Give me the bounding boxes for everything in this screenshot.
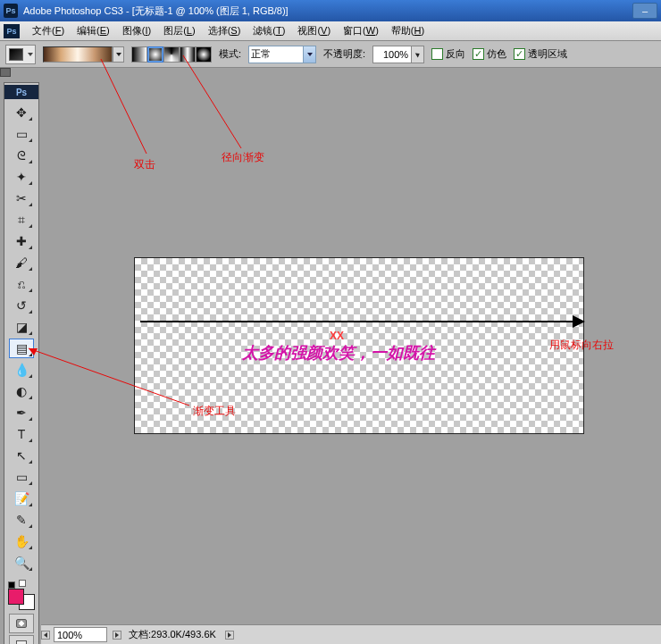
annotation-radial-gradient: 径向渐变: [222, 150, 264, 165]
statusbar-menu-icon[interactable]: [225, 631, 234, 640]
quickmask-toggle[interactable]: [9, 614, 34, 633]
options-bar: 模式: 正常 不透明度: 反向 ✓ 仿色 ✓ 透明区域: [0, 41, 661, 68]
wand-tool[interactable]: ✦: [9, 167, 34, 187]
menu-help[interactable]: 帮助(H): [388, 22, 428, 39]
minimize-button[interactable]: –: [632, 3, 657, 19]
path-select-tool[interactable]: ↖: [9, 446, 34, 465]
gradient-radial-icon[interactable]: [147, 46, 163, 63]
dither-checkbox[interactable]: ✓ 仿色: [473, 47, 506, 61]
menu-select[interactable]: 选择(S): [205, 22, 245, 39]
menubar: Ps 文件(F) 编辑(E) 图像(I) 图层(L) 选择(S) 滤镜(T) 视…: [0, 21, 661, 41]
pen-tool[interactable]: ✒: [9, 403, 34, 422]
marquee-tool-icon: ▭: [16, 127, 28, 141]
zoom-tool[interactable]: 🔍: [9, 553, 34, 573]
flyout-corner-icon: [29, 246, 32, 249]
blur-tool-icon: 💧: [14, 363, 29, 377]
stamp-tool[interactable]: ⎌: [9, 274, 34, 294]
gradient-tool-icon: ▤: [16, 341, 28, 355]
lasso-tool[interactable]: ᘓ: [9, 146, 34, 165]
gradient-linear-icon[interactable]: [131, 46, 147, 63]
flyout-corner-icon: [29, 396, 32, 399]
transparency-checkbox[interactable]: ✓ 透明区域: [514, 47, 567, 61]
gradient-angle-icon[interactable]: [163, 46, 180, 63]
checkbox-icon: ✓: [514, 48, 525, 60]
flyout-corner-icon: [29, 181, 32, 185]
flyout-corner-icon: [29, 567, 32, 571]
doc-size-label: 文档:293.0K/493.6K: [123, 628, 222, 641]
menu-file[interactable]: 文件(F): [29, 22, 68, 39]
mode-label: 模式:: [219, 47, 241, 61]
tool-preset-picker[interactable]: [5, 45, 36, 64]
ps-logo-icon: Ps: [4, 24, 20, 38]
annotation-double-click: 双击: [134, 157, 155, 172]
flyout-corner-icon: [29, 267, 32, 271]
menu-view[interactable]: 视图(V): [294, 22, 334, 39]
menu-filter[interactable]: 滤镜(T): [249, 22, 289, 39]
checkbox-icon: [431, 48, 443, 60]
flyout-corner-icon: [29, 460, 32, 464]
toolbox-header-icon: Ps: [4, 85, 38, 99]
notes-tool[interactable]: 📝: [9, 489, 34, 508]
type-tool[interactable]: T: [9, 424, 34, 444]
eyedropper-tool[interactable]: ✎: [9, 510, 34, 530]
checkbox-icon: ✓: [473, 48, 484, 60]
flyout-corner-icon: [29, 546, 32, 549]
notes-tool-icon: 📝: [14, 491, 29, 506]
crop-tool-icon: ✂: [16, 191, 27, 205]
stamp-tool-icon: ⎌: [18, 277, 25, 291]
dodge-tool-icon: ◐: [16, 384, 27, 398]
marquee-tool[interactable]: ▭: [9, 124, 34, 144]
status-bar: 100% 文档:293.0K/493.6K: [41, 624, 661, 644]
eraser-tool[interactable]: ◪: [9, 317, 34, 337]
palette-rail[interactable]: [0, 68, 11, 79]
hand-tool-icon: ✋: [14, 534, 29, 548]
menu-image[interactable]: 图像(I): [119, 22, 155, 39]
gradient-swatch[interactable]: [43, 46, 113, 63]
flyout-corner-icon: [29, 203, 32, 206]
history-brush-tool-icon: ↺: [16, 298, 27, 313]
brush-tool[interactable]: 🖌: [9, 253, 34, 272]
statusbar-leading-icon[interactable]: [41, 631, 50, 640]
blur-tool[interactable]: 💧: [9, 360, 34, 380]
healing-tool-icon: ✚: [16, 234, 27, 248]
shape-tool[interactable]: ▭: [9, 467, 34, 487]
gradient-reflected-icon[interactable]: [180, 46, 196, 63]
annotation-gradient-tool: 渐变工具: [193, 404, 236, 419]
swap-default-colors[interactable]: [8, 576, 35, 585]
transparency-label: 透明区域: [528, 47, 567, 61]
gradient-picker-dropdown[interactable]: [113, 46, 124, 63]
slice-tool[interactable]: ⌗: [9, 210, 34, 230]
history-brush-tool[interactable]: ↺: [9, 296, 34, 315]
blend-mode-select[interactable]: 正常: [248, 46, 316, 63]
statusbar-flyout-icon[interactable]: [113, 631, 121, 640]
menu-layer[interactable]: 图层(L): [160, 22, 198, 39]
menu-edit[interactable]: 编辑(E): [73, 22, 113, 39]
crop-tool[interactable]: ✂: [9, 188, 34, 208]
reverse-checkbox[interactable]: 反向: [431, 47, 465, 61]
gradient-tool[interactable]: ▤: [9, 339, 34, 358]
hand-tool[interactable]: ✋: [9, 531, 34, 551]
dodge-tool[interactable]: ◐: [9, 381, 34, 401]
arrow-right-icon: [573, 315, 585, 328]
gradient-diamond-icon[interactable]: [196, 46, 212, 63]
zoom-level-field[interactable]: 100%: [54, 627, 107, 642]
foreground-swatch[interactable]: [8, 589, 24, 605]
gradient-type-group: [131, 46, 212, 63]
flyout-corner-icon: [29, 331, 32, 335]
canvas-watermark-text: 太多的强颜欢笑，一如既往: [242, 342, 435, 364]
shape-tool-icon: ▭: [16, 470, 28, 484]
dither-label: 仿色: [487, 47, 506, 61]
opacity-label: 不透明度:: [323, 47, 365, 61]
eraser-tool-icon: ◪: [16, 320, 28, 334]
flyout-corner-icon: [29, 289, 32, 292]
screen-mode-button[interactable]: [9, 635, 34, 644]
healing-tool[interactable]: ✚: [9, 231, 34, 251]
opacity-flyout-icon[interactable]: [411, 46, 423, 63]
opacity-field[interactable]: [372, 46, 424, 63]
opacity-input[interactable]: [373, 46, 411, 63]
menu-window[interactable]: 窗口(W): [339, 22, 382, 39]
move-tool[interactable]: ✥: [9, 103, 34, 122]
reverse-label: 反向: [446, 47, 465, 61]
flyout-corner-icon: [29, 503, 32, 506]
color-well[interactable]: [8, 589, 35, 610]
